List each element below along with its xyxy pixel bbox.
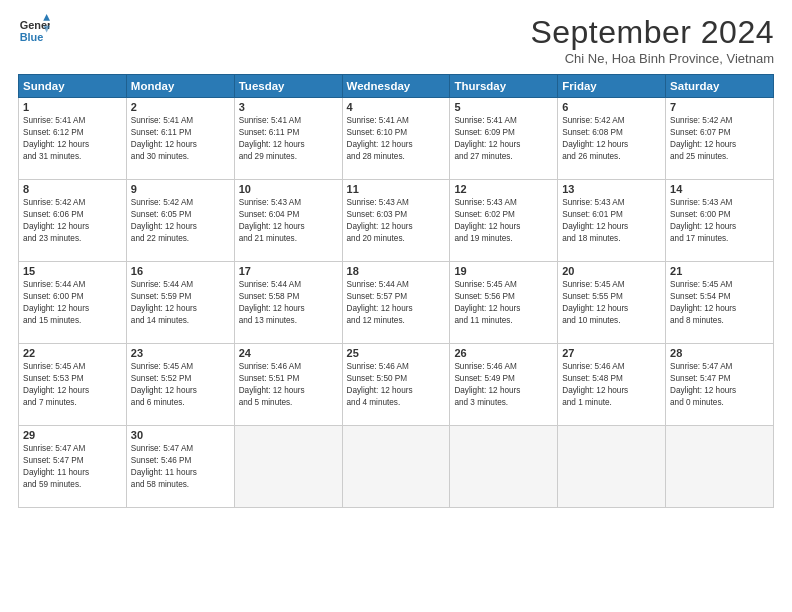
svg-marker-2: [43, 14, 50, 21]
day-cell-1: 1Sunrise: 5:41 AM Sunset: 6:12 PM Daylig…: [19, 98, 127, 180]
day-info: Sunrise: 5:43 AM Sunset: 6:02 PM Dayligh…: [454, 197, 553, 245]
day-info: Sunrise: 5:45 AM Sunset: 5:52 PM Dayligh…: [131, 361, 230, 409]
day-cell-30: 30Sunrise: 5:47 AM Sunset: 5:46 PM Dayli…: [126, 426, 234, 508]
day-number: 18: [347, 265, 446, 277]
day-number: 3: [239, 101, 338, 113]
day-info: Sunrise: 5:44 AM Sunset: 5:57 PM Dayligh…: [347, 279, 446, 327]
day-number: 12: [454, 183, 553, 195]
day-cell-19: 19Sunrise: 5:45 AM Sunset: 5:56 PM Dayli…: [450, 262, 558, 344]
day-cell-15: 15Sunrise: 5:44 AM Sunset: 6:00 PM Dayli…: [19, 262, 127, 344]
day-cell-21: 21Sunrise: 5:45 AM Sunset: 5:54 PM Dayli…: [666, 262, 774, 344]
day-number: 11: [347, 183, 446, 195]
day-info: Sunrise: 5:41 AM Sunset: 6:11 PM Dayligh…: [239, 115, 338, 163]
day-number: 28: [670, 347, 769, 359]
location: Chi Ne, Hoa Binh Province, Vietnam: [530, 51, 774, 66]
svg-text:Blue: Blue: [20, 31, 44, 43]
day-number: 17: [239, 265, 338, 277]
day-cell-8: 8Sunrise: 5:42 AM Sunset: 6:06 PM Daylig…: [19, 180, 127, 262]
day-cell-11: 11Sunrise: 5:43 AM Sunset: 6:03 PM Dayli…: [342, 180, 450, 262]
day-number: 10: [239, 183, 338, 195]
day-cell-27: 27Sunrise: 5:46 AM Sunset: 5:48 PM Dayli…: [558, 344, 666, 426]
day-number: 1: [23, 101, 122, 113]
day-number: 27: [562, 347, 661, 359]
day-number: 29: [23, 429, 122, 441]
col-header-thursday: Thursday: [450, 75, 558, 98]
header: General Blue September 2024 Chi Ne, Hoa …: [18, 14, 774, 66]
col-header-friday: Friday: [558, 75, 666, 98]
day-number: 5: [454, 101, 553, 113]
day-number: 16: [131, 265, 230, 277]
day-number: 30: [131, 429, 230, 441]
day-info: Sunrise: 5:46 AM Sunset: 5:48 PM Dayligh…: [562, 361, 661, 409]
day-number: 25: [347, 347, 446, 359]
day-cell-26: 26Sunrise: 5:46 AM Sunset: 5:49 PM Dayli…: [450, 344, 558, 426]
day-number: 8: [23, 183, 122, 195]
day-info: Sunrise: 5:47 AM Sunset: 5:46 PM Dayligh…: [131, 443, 230, 491]
logo-icon: General Blue: [18, 14, 50, 46]
day-cell-3: 3Sunrise: 5:41 AM Sunset: 6:11 PM Daylig…: [234, 98, 342, 180]
day-number: 7: [670, 101, 769, 113]
col-header-tuesday: Tuesday: [234, 75, 342, 98]
day-number: 24: [239, 347, 338, 359]
week-row-4: 22Sunrise: 5:45 AM Sunset: 5:53 PM Dayli…: [19, 344, 774, 426]
day-number: 14: [670, 183, 769, 195]
day-info: Sunrise: 5:44 AM Sunset: 5:59 PM Dayligh…: [131, 279, 230, 327]
day-info: Sunrise: 5:43 AM Sunset: 6:04 PM Dayligh…: [239, 197, 338, 245]
page: General Blue September 2024 Chi Ne, Hoa …: [0, 0, 792, 612]
day-cell-24: 24Sunrise: 5:46 AM Sunset: 5:51 PM Dayli…: [234, 344, 342, 426]
week-row-5: 29Sunrise: 5:47 AM Sunset: 5:47 PM Dayli…: [19, 426, 774, 508]
day-number: 15: [23, 265, 122, 277]
day-info: Sunrise: 5:43 AM Sunset: 6:01 PM Dayligh…: [562, 197, 661, 245]
day-number: 19: [454, 265, 553, 277]
calendar-table: SundayMondayTuesdayWednesdayThursdayFrid…: [18, 74, 774, 508]
day-cell-20: 20Sunrise: 5:45 AM Sunset: 5:55 PM Dayli…: [558, 262, 666, 344]
day-cell-4: 4Sunrise: 5:41 AM Sunset: 6:10 PM Daylig…: [342, 98, 450, 180]
day-cell-22: 22Sunrise: 5:45 AM Sunset: 5:53 PM Dayli…: [19, 344, 127, 426]
title-area: September 2024 Chi Ne, Hoa Binh Province…: [530, 14, 774, 66]
month-title: September 2024: [530, 14, 774, 51]
day-number: 26: [454, 347, 553, 359]
empty-cell: [342, 426, 450, 508]
day-cell-6: 6Sunrise: 5:42 AM Sunset: 6:08 PM Daylig…: [558, 98, 666, 180]
day-info: Sunrise: 5:43 AM Sunset: 6:03 PM Dayligh…: [347, 197, 446, 245]
day-info: Sunrise: 5:41 AM Sunset: 6:09 PM Dayligh…: [454, 115, 553, 163]
day-cell-18: 18Sunrise: 5:44 AM Sunset: 5:57 PM Dayli…: [342, 262, 450, 344]
day-info: Sunrise: 5:46 AM Sunset: 5:51 PM Dayligh…: [239, 361, 338, 409]
day-info: Sunrise: 5:45 AM Sunset: 5:53 PM Dayligh…: [23, 361, 122, 409]
empty-cell: [450, 426, 558, 508]
col-header-wednesday: Wednesday: [342, 75, 450, 98]
day-info: Sunrise: 5:41 AM Sunset: 6:12 PM Dayligh…: [23, 115, 122, 163]
day-cell-16: 16Sunrise: 5:44 AM Sunset: 5:59 PM Dayli…: [126, 262, 234, 344]
day-cell-13: 13Sunrise: 5:43 AM Sunset: 6:01 PM Dayli…: [558, 180, 666, 262]
day-number: 23: [131, 347, 230, 359]
day-number: 20: [562, 265, 661, 277]
day-info: Sunrise: 5:45 AM Sunset: 5:54 PM Dayligh…: [670, 279, 769, 327]
day-info: Sunrise: 5:42 AM Sunset: 6:05 PM Dayligh…: [131, 197, 230, 245]
day-number: 22: [23, 347, 122, 359]
day-number: 4: [347, 101, 446, 113]
day-cell-2: 2Sunrise: 5:41 AM Sunset: 6:11 PM Daylig…: [126, 98, 234, 180]
empty-cell: [234, 426, 342, 508]
day-info: Sunrise: 5:43 AM Sunset: 6:00 PM Dayligh…: [670, 197, 769, 245]
day-number: 21: [670, 265, 769, 277]
empty-cell: [666, 426, 774, 508]
day-info: Sunrise: 5:44 AM Sunset: 6:00 PM Dayligh…: [23, 279, 122, 327]
day-info: Sunrise: 5:46 AM Sunset: 5:49 PM Dayligh…: [454, 361, 553, 409]
day-info: Sunrise: 5:44 AM Sunset: 5:58 PM Dayligh…: [239, 279, 338, 327]
day-cell-25: 25Sunrise: 5:46 AM Sunset: 5:50 PM Dayli…: [342, 344, 450, 426]
day-info: Sunrise: 5:46 AM Sunset: 5:50 PM Dayligh…: [347, 361, 446, 409]
day-cell-9: 9Sunrise: 5:42 AM Sunset: 6:05 PM Daylig…: [126, 180, 234, 262]
day-cell-29: 29Sunrise: 5:47 AM Sunset: 5:47 PM Dayli…: [19, 426, 127, 508]
week-row-2: 8Sunrise: 5:42 AM Sunset: 6:06 PM Daylig…: [19, 180, 774, 262]
day-info: Sunrise: 5:45 AM Sunset: 5:56 PM Dayligh…: [454, 279, 553, 327]
day-number: 6: [562, 101, 661, 113]
calendar-header-row: SundayMondayTuesdayWednesdayThursdayFrid…: [19, 75, 774, 98]
day-cell-10: 10Sunrise: 5:43 AM Sunset: 6:04 PM Dayli…: [234, 180, 342, 262]
day-info: Sunrise: 5:42 AM Sunset: 6:07 PM Dayligh…: [670, 115, 769, 163]
day-info: Sunrise: 5:41 AM Sunset: 6:11 PM Dayligh…: [131, 115, 230, 163]
day-cell-28: 28Sunrise: 5:47 AM Sunset: 5:47 PM Dayli…: [666, 344, 774, 426]
col-header-monday: Monday: [126, 75, 234, 98]
day-info: Sunrise: 5:47 AM Sunset: 5:47 PM Dayligh…: [670, 361, 769, 409]
day-cell-17: 17Sunrise: 5:44 AM Sunset: 5:58 PM Dayli…: [234, 262, 342, 344]
day-number: 13: [562, 183, 661, 195]
